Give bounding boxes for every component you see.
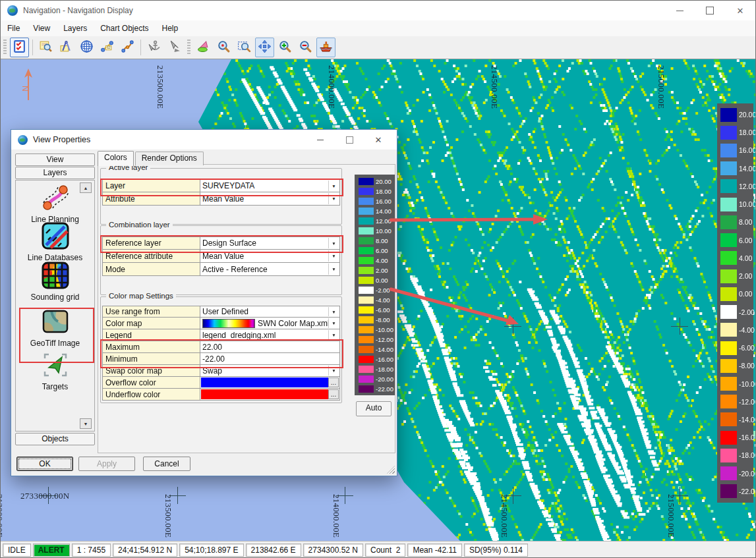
pan-button[interactable]: [255, 38, 274, 57]
zoom-window-button[interactable]: [235, 38, 254, 57]
compass-button[interactable]: [57, 38, 76, 57]
dialog-minimize-button[interactable]: [306, 130, 335, 150]
property-value[interactable]: Active - Reference▼: [200, 263, 339, 275]
toolbar-grip[interactable]: [3, 40, 7, 55]
property-value[interactable]: ...: [200, 377, 339, 388]
legend-swatch: [720, 287, 737, 301]
sidebar-item-line-databases[interactable]: Line Databases: [16, 221, 94, 262]
zoom-magnifier-button[interactable]: [214, 38, 233, 57]
legend-value: 14.00: [376, 208, 392, 215]
property-value[interactable]: Mean Value▼: [200, 250, 339, 262]
scroll-up-button[interactable]: ▲: [80, 182, 92, 193]
chevron-down-icon[interactable]: ▼: [328, 318, 339, 328]
dialog-title: View Properties: [33, 135, 90, 144]
legend-swatch: [720, 269, 737, 283]
boat-button[interactable]: [316, 38, 335, 57]
zoom-out-button[interactable]: [296, 38, 315, 57]
sidebar-item-label: Sounding grid: [16, 293, 94, 302]
measure-line-icon: 62: [100, 40, 114, 55]
scroll-down-button[interactable]: ▼: [80, 418, 92, 429]
chevron-down-icon[interactable]: ▼: [328, 264, 339, 275]
legend-entry: 18.00: [717, 125, 753, 140]
legend-entry: 6.00: [355, 246, 395, 254]
menu-item-chart-objects[interactable]: Chart Objects: [94, 22, 155, 35]
menu-item-view[interactable]: View: [26, 22, 57, 35]
menu-item-help[interactable]: Help: [156, 22, 185, 35]
status-segment: 213842.66 E: [246, 544, 301, 557]
anchor-cursor-icon: [147, 40, 161, 55]
zoom-magnifier-icon: [217, 40, 231, 55]
dialog-color-scale: 20.0018.0016.0014.0012.0010.008.006.004.…: [355, 175, 395, 395]
layers-nav-button[interactable]: Layers: [15, 167, 95, 179]
cancel-button[interactable]: Cancel: [143, 457, 190, 471]
toolbar-separator: [32, 40, 33, 55]
toolbar-grip[interactable]: [187, 40, 190, 55]
property-value[interactable]: -22.00: [200, 353, 339, 364]
chevron-down-icon[interactable]: ▼: [328, 181, 339, 191]
sidebar-item-sounding-grid[interactable]: Sounding grid: [16, 261, 94, 302]
chevron-down-icon[interactable]: ▼: [328, 366, 339, 376]
dialog-title-bar[interactable]: View Properties ✕: [11, 130, 397, 150]
color-legend-panel: 20.0018.0016.0014.0012.0010.008.006.004.…: [717, 103, 753, 503]
apply-button[interactable]: Apply: [78, 457, 135, 471]
tab-render-options[interactable]: Render Options: [135, 152, 204, 165]
maximize-button[interactable]: [695, 1, 725, 20]
dialog-resize-grip[interactable]: [387, 466, 395, 474]
anchor-cursor-button[interactable]: [144, 38, 163, 57]
dialog-maximize-button[interactable]: [335, 130, 364, 150]
objects-nav-button[interactable]: Objects: [15, 433, 95, 445]
auto-button[interactable]: Auto: [356, 401, 392, 416]
property-value[interactable]: ...: [200, 389, 339, 400]
legend-value: 10.00: [376, 227, 392, 235]
close-button[interactable]: ✕: [725, 1, 755, 20]
legend-value: 20.00: [739, 111, 756, 119]
north-label: N: [20, 86, 30, 92]
color-picker-button[interactable]: ...: [328, 377, 339, 387]
document-find-button[interactable]: [36, 38, 55, 57]
ok-button[interactable]: OK: [16, 457, 73, 471]
status-segment: 1 : 7455: [72, 544, 111, 557]
legend-entry: 16.00: [717, 143, 753, 157]
property-value[interactable]: 22.00: [200, 341, 339, 352]
measure-line-button[interactable]: 62: [98, 38, 117, 57]
legend-swatch: [359, 366, 374, 373]
property-value[interactable]: SWN Color Map.xml▼: [200, 318, 339, 329]
globe-button[interactable]: [77, 38, 96, 57]
legend-swatch: [359, 356, 374, 363]
color-picker-button[interactable]: ...: [328, 389, 339, 399]
chevron-down-icon[interactable]: ▼: [328, 330, 339, 340]
beacon-cone-button[interactable]: [194, 38, 213, 57]
tab-colors[interactable]: Colors: [98, 151, 134, 166]
menu-item-layers[interactable]: Layers: [57, 22, 94, 35]
property-row-reference-layer: Reference layerDesign Surface▼: [102, 237, 340, 250]
sidebar-item-targets[interactable]: Targets: [16, 350, 94, 391]
chevron-down-icon[interactable]: ▼: [328, 193, 339, 204]
route-button[interactable]: [118, 38, 137, 57]
checklist-button[interactable]: [10, 38, 29, 57]
property-value[interactable]: SURVEYDATA▼: [200, 180, 339, 192]
legend-value: 20.00: [376, 178, 392, 185]
dialog-close-button[interactable]: ✕: [364, 130, 393, 150]
color-swatch: [201, 389, 328, 399]
view-nav-button[interactable]: View: [15, 153, 95, 166]
property-value[interactable]: Swap▼: [200, 365, 339, 376]
chevron-down-icon[interactable]: ▼: [328, 250, 339, 262]
minimize-button[interactable]: [664, 1, 695, 20]
legend-value: -20.00: [739, 470, 756, 478]
property-row-underflow-color: Underflow color...: [102, 389, 340, 401]
property-value[interactable]: User Defined▼: [200, 306, 339, 317]
property-value[interactable]: Design Surface▼: [200, 237, 339, 249]
menu-item-file[interactable]: File: [1, 22, 26, 35]
legend-entry: 18.00: [355, 187, 395, 195]
select-cursor-button[interactable]: [165, 38, 184, 57]
legend-entry: 10.00: [355, 227, 395, 235]
sidebar-item-label: GeoTiff Image: [16, 339, 94, 348]
zoom-in-button[interactable]: [276, 38, 295, 57]
sidebar-item-geotiff-image[interactable]: GeoTiff Image: [16, 307, 94, 348]
property-value[interactable]: Mean Value▼: [200, 192, 339, 205]
property-value[interactable]: legend_dredging.xml▼: [200, 329, 339, 341]
legend-swatch: [720, 179, 737, 193]
property-label: Overflow color: [103, 377, 200, 388]
chevron-down-icon[interactable]: ▼: [328, 307, 339, 316]
chevron-down-icon[interactable]: ▼: [328, 238, 339, 248]
